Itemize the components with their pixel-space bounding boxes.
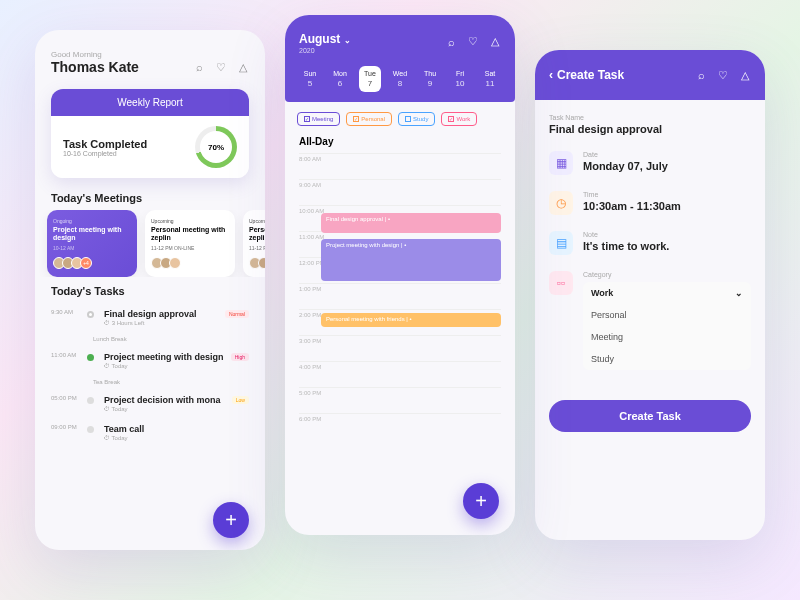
day-cell[interactable]: Wed8: [389, 66, 411, 92]
day-cell[interactable]: Sat11: [479, 66, 501, 92]
day-cell[interactable]: Thu9: [419, 66, 441, 92]
time-row: 8:00 AM: [299, 153, 501, 179]
meetings-list: OngoingProject meeting with design10-12 …: [35, 210, 265, 277]
bulb-icon[interactable]: ♡: [215, 61, 227, 73]
bell-icon[interactable]: △: [739, 69, 751, 81]
filter-chip[interactable]: Work: [441, 112, 477, 126]
note-input[interactable]: It's time to work.: [583, 240, 751, 252]
break-label: Lunch Break: [51, 332, 249, 346]
category-option[interactable]: Study: [583, 348, 751, 370]
note-label: Note: [583, 231, 751, 238]
chevron-down-icon: ⌄: [735, 288, 743, 298]
task-name-input[interactable]: Final design approval: [549, 123, 751, 135]
back-icon: ‹: [549, 68, 553, 82]
time-row: 1:00 PM: [299, 283, 501, 309]
time-row: 3:00 PM: [299, 335, 501, 361]
calendar-screen: August ⌄ 2020 ⌕ ♡ △ Sun5Mon6Tue7Wed8Thu9…: [285, 15, 515, 535]
filter-chip[interactable]: Meeting: [297, 112, 340, 126]
month-label[interactable]: August ⌄: [299, 32, 351, 46]
tasks-list: 9:30 AMFinal design approvalNormal⏱ 3 Ho…: [35, 303, 265, 447]
tasks-section-title: Today's Tasks: [35, 277, 265, 303]
task-item[interactable]: 05:00 PMProject decision with monaLow⏱ T…: [51, 389, 249, 418]
category-option[interactable]: Meeting: [583, 326, 751, 348]
allday-label: All-Day: [285, 136, 515, 153]
report-sub: 10-16 Completed: [63, 150, 147, 157]
task-item[interactable]: 11:00 AMProject meeting with designHigh⏱…: [51, 346, 249, 375]
weekly-report-card[interactable]: Weekly Report Task Completed 10-16 Compl…: [51, 89, 249, 178]
category-dropdown[interactable]: Work⌄ PersonalMeetingStudy: [583, 282, 751, 370]
create-task-button[interactable]: Create Task: [549, 400, 751, 432]
user-name: Thomas Kate: [51, 59, 139, 75]
calendar-icon: ▦: [549, 151, 573, 175]
time-label: Time: [583, 191, 751, 198]
time-row: 4:00 PM: [299, 361, 501, 387]
day-cell[interactable]: Fri10: [449, 66, 471, 92]
bell-icon[interactable]: △: [489, 36, 501, 48]
report-title: Task Completed: [63, 138, 147, 150]
category-label: Category: [583, 271, 751, 278]
date-input[interactable]: Monday 07, July: [583, 160, 751, 172]
day-cell[interactable]: Mon6: [329, 66, 351, 92]
home-screen: Good Morning Thomas Kate ⌕ ♡ △ Weekly Re…: [35, 30, 265, 550]
time-row: 5:00 PM: [299, 387, 501, 413]
greeting-text: Good Morning: [51, 50, 249, 59]
search-icon[interactable]: ⌕: [445, 36, 457, 48]
progress-ring: 70%: [195, 126, 237, 168]
category-filters: MeetingPersonalStudyWork: [285, 102, 515, 136]
meeting-card[interactable]: OngoingProject meeting with design10-12 …: [47, 210, 137, 277]
time-row: 9:00 AM: [299, 179, 501, 205]
search-icon[interactable]: ⌕: [193, 61, 205, 73]
screen-title[interactable]: ‹Create Task: [549, 68, 624, 82]
add-event-fab[interactable]: +: [463, 483, 499, 519]
task-item[interactable]: 9:30 AMFinal design approvalNormal⏱ 3 Ho…: [51, 303, 249, 332]
clock-icon: ◷: [549, 191, 573, 215]
filter-chip[interactable]: Study: [398, 112, 435, 126]
create-task-screen: ‹Create Task ⌕ ♡ △ Task Name Final desig…: [535, 50, 765, 540]
note-icon: ▤: [549, 231, 573, 255]
search-icon[interactable]: ⌕: [695, 69, 707, 81]
category-option[interactable]: Personal: [583, 304, 751, 326]
category-icon: ▫▫: [549, 271, 573, 295]
bulb-icon[interactable]: ♡: [717, 69, 729, 81]
meeting-card[interactable]: UpcomingPersonal meeting with zeplin11-1…: [243, 210, 265, 277]
task-item[interactable]: 09:00 PMTeam call⏱ Today: [51, 418, 249, 447]
bulb-icon[interactable]: ♡: [467, 36, 479, 48]
break-label: Tea Break: [51, 375, 249, 389]
calendar-event[interactable]: Final design approval | •: [321, 213, 501, 233]
bell-icon[interactable]: △: [237, 61, 249, 73]
day-cell[interactable]: Sun5: [299, 66, 321, 92]
calendar-event[interactable]: Project meeting with design | •: [321, 239, 501, 281]
filter-chip[interactable]: Personal: [346, 112, 392, 126]
year-label: 2020: [299, 47, 351, 54]
category-selected: Work⌄: [583, 282, 751, 304]
calendar-event[interactable]: Personal meeting with friends | •: [321, 313, 501, 327]
time-input[interactable]: 10:30am - 11:30am: [583, 200, 751, 212]
timeline: 8:00 AM9:00 AM10:00 AM11:00 AM12:00 PM1:…: [285, 153, 515, 439]
day-cell[interactable]: Tue7: [359, 66, 381, 92]
date-label: Date: [583, 151, 751, 158]
meeting-card[interactable]: UpcomingPersonal meeting with zeplin11-1…: [145, 210, 235, 277]
time-row: 6:00 PM: [299, 413, 501, 439]
task-name-label: Task Name: [549, 114, 751, 121]
week-row: Sun5Mon6Tue7Wed8Thu9Fri10Sat11: [299, 66, 501, 92]
add-task-fab[interactable]: +: [213, 502, 249, 538]
meetings-section-title: Today's Meetings: [35, 184, 265, 210]
report-header: Weekly Report: [51, 89, 249, 116]
